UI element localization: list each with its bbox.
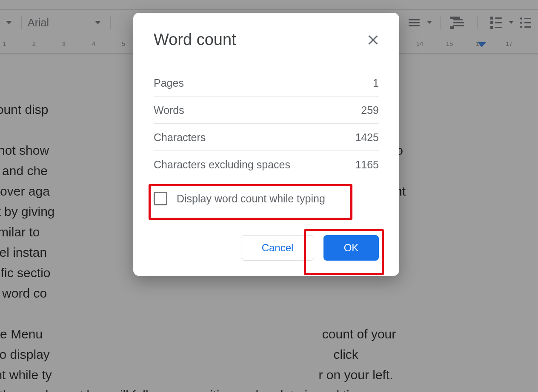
close-icon[interactable] <box>367 34 379 46</box>
stat-value: 1425 <box>355 131 379 144</box>
cancel-button-label: Cancel <box>262 242 294 254</box>
checkbox-label: Display word count while typing <box>177 193 325 205</box>
dialog-title: Word count <box>154 31 236 49</box>
stat-label: Characters <box>154 131 206 144</box>
display-while-typing-checkbox[interactable] <box>154 192 167 205</box>
stat-row-characters: Characters 1425 <box>154 124 379 151</box>
ok-button[interactable]: OK <box>323 235 379 261</box>
stat-label: Characters excluding spaces <box>154 159 290 171</box>
stat-label: Words <box>154 104 184 116</box>
stat-row-pages: Pages 1 <box>154 69 379 97</box>
cancel-button[interactable]: Cancel <box>241 235 314 261</box>
stat-value: 259 <box>361 104 379 116</box>
stat-label: Pages <box>154 77 184 89</box>
stat-value: 1 <box>373 77 379 89</box>
ok-button-label: OK <box>344 242 359 254</box>
stat-row-words: Words 259 <box>154 97 379 124</box>
stat-value: 1165 <box>355 159 379 171</box>
stat-row-characters-no-spaces: Characters excluding spaces 1165 <box>154 151 379 178</box>
word-count-dialog: Word count Pages 1 Words 259 Characters … <box>133 13 399 276</box>
